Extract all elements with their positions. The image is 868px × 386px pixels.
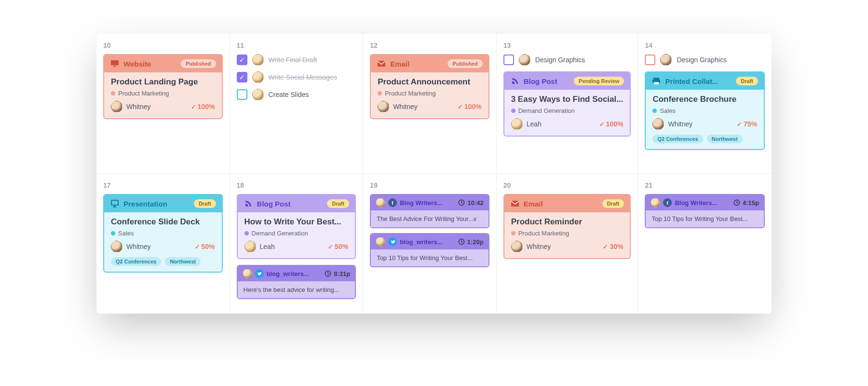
- avatar: [252, 89, 264, 100]
- social-card-twitter[interactable]: blog_writers... 8:31p Here's the best ad…: [237, 265, 356, 299]
- card-printed-collateral[interactable]: Printed Collat... Draft Conference Broch…: [645, 71, 765, 150]
- card-title: Product Reminder: [511, 217, 624, 227]
- card-email[interactable]: Email Draft Product Reminder Product Mar…: [503, 194, 631, 259]
- task-row[interactable]: Create Slides: [237, 89, 356, 100]
- day-cell-12[interactable]: 12 Email Published Product Announcement …: [363, 34, 497, 174]
- status-pill: Draft: [736, 77, 758, 85]
- day-number: 17: [103, 179, 223, 189]
- checkbox-empty-icon[interactable]: [503, 55, 514, 65]
- social-body: Here's the best advice for writing...: [238, 281, 355, 298]
- task-text: Write Final Draft: [269, 56, 317, 64]
- social-card-facebook[interactable]: f Blog Writers... 4:15p Top 10 Tips for …: [645, 194, 765, 228]
- social-handle: blog_writers...: [267, 270, 309, 277]
- assignee-name: Whitney: [126, 243, 151, 250]
- social-handle: Blog Writers...: [400, 199, 442, 207]
- rss-icon: [510, 76, 520, 86]
- tag[interactable]: Northwest: [707, 135, 743, 143]
- status-pill: Draft: [327, 199, 349, 208]
- day-number: 20: [503, 179, 631, 189]
- card-category: Demand Generation: [252, 230, 308, 237]
- task-row[interactable]: ✓ Write Final Draft: [237, 54, 356, 66]
- status-pill: Published: [448, 59, 483, 68]
- progress: 30%: [603, 243, 623, 250]
- social-time: 10:42: [467, 199, 483, 207]
- avatar: [519, 54, 530, 66]
- assignee-name: Whitney: [393, 103, 418, 110]
- tag[interactable]: Northwest: [165, 257, 201, 266]
- card-blog-post[interactable]: Blog Post Draft How to Write Your Best..…: [237, 194, 356, 259]
- avatar: [511, 118, 523, 130]
- day-cell-11[interactable]: 11 ✓ Write Final Draft ✓ Write Social Me…: [230, 34, 364, 174]
- progress: 100%: [599, 120, 624, 128]
- avatar: [111, 241, 122, 252]
- social-handle: Blog Writers...: [675, 199, 717, 207]
- progress: 100%: [458, 103, 482, 110]
- status-pill: Published: [181, 59, 216, 68]
- day-number: 19: [370, 179, 489, 189]
- social-body: Top 10 Tips for Writing Your Best...: [646, 210, 764, 227]
- day-cell-21[interactable]: 21 f Blog Writers... 4:15p Top 10 Tips f…: [638, 174, 772, 314]
- avatar: [376, 237, 385, 247]
- card-blog-post[interactable]: Blog Post Pending Review 3 Easy Ways to …: [503, 71, 631, 137]
- task-row[interactable]: ✓ Write Social Messages: [237, 71, 356, 83]
- calendar-board: 10 Website Published Product Landing Pag…: [96, 34, 772, 314]
- avatar: [511, 241, 523, 252]
- card-category: Product Marketing: [518, 230, 570, 237]
- checkbox-empty-icon[interactable]: [237, 89, 247, 100]
- checkbox-checked-icon[interactable]: ✓: [237, 72, 247, 83]
- checkbox-checked-icon[interactable]: ✓: [237, 55, 247, 65]
- category-dot: [511, 109, 515, 113]
- social-card-twitter[interactable]: blog_writers... 1:20p Top 10 Tips for Wr…: [370, 233, 489, 267]
- card-category: Sales: [660, 107, 676, 114]
- mail-icon: [377, 59, 386, 69]
- clock-icon: [733, 199, 741, 207]
- assignee-name: Leah: [527, 120, 542, 128]
- card-category: Product Marketing: [118, 90, 169, 97]
- card-type: Website: [123, 60, 151, 68]
- social-handle: blog_writers...: [400, 238, 442, 246]
- task-row[interactable]: Design Graphics: [645, 54, 765, 66]
- avatar: [652, 118, 664, 130]
- day-cell-20[interactable]: 20 Email Draft Product Reminder Product …: [497, 174, 638, 314]
- avatar: [111, 101, 122, 112]
- card-email[interactable]: Email Published Product Announcement Pro…: [370, 54, 489, 119]
- progress: 100%: [191, 103, 215, 110]
- task-row[interactable]: Design Graphics: [503, 54, 631, 66]
- social-card-facebook[interactable]: f Blog Writers... 10:42 The Best Advice …: [370, 194, 489, 228]
- avatar: [243, 269, 252, 278]
- assignee-name: Leah: [260, 243, 275, 250]
- tag[interactable]: Q2 Conferences: [111, 257, 161, 266]
- card-type: Email: [524, 200, 543, 208]
- clock-icon: [324, 270, 332, 277]
- status-pill: Pending Review: [574, 77, 624, 85]
- task-text: Design Graphics: [677, 56, 727, 64]
- avatar: [252, 71, 264, 83]
- day-cell-14[interactable]: 14 Design Graphics Printed Collat... Dra…: [638, 34, 772, 174]
- day-cell-13[interactable]: 13 Design Graphics Blog Post Pending Rev…: [497, 34, 638, 174]
- card-presentation[interactable]: Presentation Draft Conference Slide Deck…: [103, 194, 223, 273]
- category-dot: [378, 91, 382, 96]
- day-cell-18[interactable]: 18 Blog Post Draft How to Write Your Bes…: [230, 174, 364, 314]
- card-website[interactable]: Website Published Product Landing Page P…: [103, 54, 223, 119]
- status-pill: Draft: [194, 199, 216, 208]
- day-cell-17[interactable]: 17 Presentation Draft Conference Slide D…: [96, 174, 230, 314]
- social-time: 8:31p: [334, 270, 350, 277]
- avatar: [376, 198, 385, 207]
- social-time: 1:20p: [467, 238, 484, 246]
- task-text: Design Graphics: [535, 56, 585, 64]
- card-title: Product Announcement: [378, 77, 482, 87]
- task-text: Create Slides: [269, 91, 309, 98]
- print-icon: [651, 76, 661, 86]
- day-cell-19[interactable]: 19 f Blog Writers... 10:42 The Best Advi…: [363, 174, 497, 314]
- twitter-icon: [255, 269, 264, 278]
- tag[interactable]: Q2 Conferences: [652, 135, 703, 143]
- day-cell-10[interactable]: 10 Website Published Product Landing Pag…: [96, 34, 230, 174]
- social-time: 4:15p: [743, 199, 759, 207]
- checkbox-empty-icon[interactable]: [645, 55, 655, 65]
- day-number: 11: [237, 40, 356, 49]
- assignee-name: Whitney: [126, 103, 151, 110]
- card-title: Product Landing Page: [111, 77, 215, 87]
- card-category: Sales: [118, 230, 134, 237]
- day-number: 14: [645, 40, 765, 49]
- card-title: 3 Easy Ways to Find Social...: [511, 95, 624, 104]
